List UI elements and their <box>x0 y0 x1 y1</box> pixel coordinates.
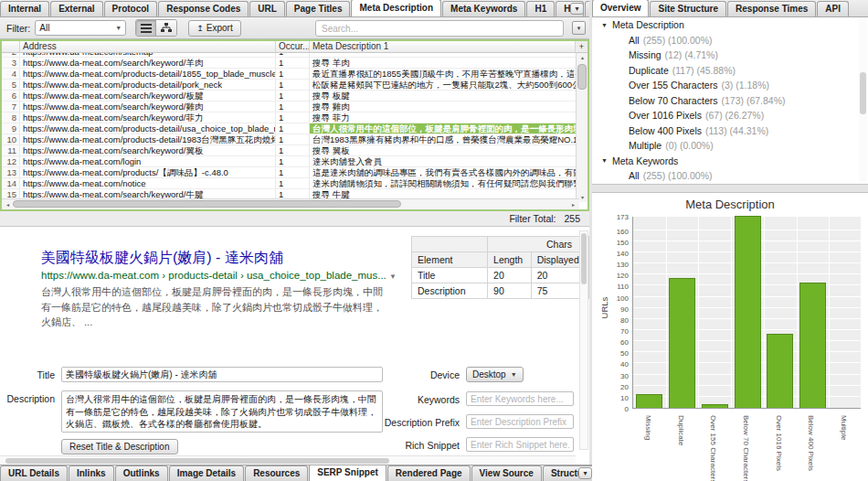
y-tick-label: 120 <box>601 272 629 280</box>
detail-vscroll-thumb[interactable] <box>581 233 587 284</box>
tab-protocol[interactable]: Protocol <box>104 1 158 16</box>
table-body: 2https://www.da-meat.com/sitemap13https:… <box>2 53 579 202</box>
address-cell: https://www.da-meat.com/login <box>20 156 276 166</box>
tab-h1[interactable]: H1 <box>526 1 555 16</box>
overview-group-meta-description[interactable]: ▼Meta Description <box>592 17 868 33</box>
filter-total-label: Filter Total: <box>509 213 556 224</box>
main-tabs-overflow-button[interactable]: ▾ <box>570 3 584 15</box>
table-row[interactable]: 6https://www.da-meat.com/search/keyword/… <box>2 91 579 102</box>
table-row[interactable]: 5https://www.da-meat.com/products-detail… <box>2 80 579 91</box>
add-column-button[interactable]: + <box>576 41 587 52</box>
right-tab-api[interactable]: API <box>817 1 849 16</box>
x-category-label: Below 400 Pixels <box>807 415 815 471</box>
meta-description-cell: 搜尋 羊肉 <box>310 58 579 68</box>
description-prefix-field[interactable] <box>466 414 574 429</box>
title-field[interactable] <box>61 367 383 382</box>
tab-external[interactable]: External <box>50 1 102 16</box>
reset-title-description-button[interactable]: Reset Title & Description <box>61 439 178 454</box>
meta-description-cell: 達米肉舖購物須知，請詳閱相關購物須知，有任何疑問請您與我們聯繫，冷 <box>310 178 579 188</box>
overview-item-multiple[interactable]: Multiple(0) (0.00%) <box>592 138 868 154</box>
bottom-tab-serp-snippet[interactable]: SERP Snippet <box>309 465 386 481</box>
bottom-tab-view-source[interactable]: View Source <box>471 465 542 481</box>
rich-snippet-field[interactable] <box>466 437 574 452</box>
device-dropdown[interactable]: Desktop▼ <box>466 367 524 382</box>
address-cell: https://www.da-meat.com/products/【調味品】-c… <box>20 167 276 177</box>
table-horizontal-scrollbar[interactable]: ◂ ▸ <box>2 198 579 209</box>
tab-meta-description[interactable]: Meta Description <box>351 0 441 16</box>
bottom-tabs-overflow-button[interactable]: ▾ <box>578 467 592 479</box>
table-row[interactable]: 9https://www.da-meat.com/products-detail… <box>2 123 579 134</box>
table-row[interactable]: 4https://www.da-meat.com/products-detail… <box>2 69 579 80</box>
bottom-tab-outlinks[interactable]: Outlinks <box>115 465 168 481</box>
right-tab-site-structure[interactable]: Site Structure <box>650 1 726 16</box>
tab-page-titles[interactable]: Page Titles <box>286 1 351 16</box>
table-row[interactable]: 7https://www.da-meat.com/search/keyword/… <box>2 102 579 112</box>
y-tick-label: 50 <box>601 349 629 358</box>
export-icon: ↥ <box>196 24 204 33</box>
right-tab-response-times[interactable]: Response Times <box>727 1 816 16</box>
bar-over-1016-pixels <box>767 334 793 408</box>
occurrences-cell: 1 <box>276 53 310 57</box>
right-tab-overview[interactable]: Overview <box>592 0 649 16</box>
occurrences-column-header[interactable]: Occur... <box>276 41 310 52</box>
bottom-tab-url-details[interactable]: URL Details <box>0 465 68 481</box>
bottom-tab-resources[interactable]: Resources <box>245 465 308 481</box>
overview-item-below-70-characters[interactable]: Below 70 Characters(173) (67.84%) <box>592 93 868 109</box>
tab-images[interactable]: Images <box>585 1 589 16</box>
scroll-up-icon[interactable]: ▴ <box>577 53 588 62</box>
address-cell: https://www.da-meat.com/search/keyword/雞… <box>20 102 276 112</box>
overview-group-meta-keywords[interactable]: ▼Meta Keywords <box>592 154 868 169</box>
tab-url[interactable]: URL <box>249 1 285 16</box>
detail-horizontal-scrollbar[interactable] <box>0 455 576 465</box>
overview-item-duplicate[interactable]: Duplicate(117) (45.88%) <box>592 63 868 79</box>
row-number-cell: 2 <box>2 53 20 57</box>
y-tick-label: 60 <box>601 338 629 347</box>
table-vertical-scrollbar[interactable]: ▴ ▾ <box>576 53 587 202</box>
overview-item-below-400-pixels[interactable]: Below 400 Pixels(113) (44.31%) <box>592 123 868 139</box>
overview-scrollbar[interactable] <box>859 19 867 182</box>
table-row[interactable]: 11https://www.da-meat.com/search/keyword… <box>2 145 579 156</box>
address-column-header[interactable]: Address <box>20 41 276 52</box>
detail-vertical-scrollbar[interactable] <box>579 230 588 450</box>
export-button[interactable]: ↥ Export <box>188 20 240 37</box>
bar-below-400-pixels <box>799 283 826 408</box>
description-field[interactable]: 台灣人很常用牛的這個部位，板腱是肩胛骨裡面的肉，是一條長形肉塊，中間有一條筋是它… <box>61 390 383 433</box>
tree-view-button[interactable] <box>156 20 176 36</box>
overview-item-over-1016-pixels[interactable]: Over 1016 Pixels(67) (26.27%) <box>592 108 868 123</box>
row-number-cell: 3 <box>2 58 20 68</box>
filter-dropdown[interactable]: All ▼ <box>35 20 126 36</box>
y-tick-label: 40 <box>601 360 629 369</box>
overview-item-all[interactable]: All(255) (100.00%) <box>592 33 868 48</box>
overview-item-missing[interactable]: Missing(12) (4.71%) <box>592 48 868 63</box>
table-row[interactable]: 10https://www.da-meat.com/products-detai… <box>2 134 579 145</box>
table-row[interactable]: 3https://www.da-meat.com/search/keyword/… <box>2 58 579 69</box>
table-vscroll-thumb[interactable] <box>577 64 587 90</box>
bottom-tab-inlinks[interactable]: Inlinks <box>69 465 114 481</box>
x-category-label: Missing <box>644 415 652 440</box>
chars-row-description: Description 90 75 <box>412 283 589 299</box>
tab-internal[interactable]: Internal <box>0 1 49 16</box>
bottom-tab-image-details[interactable]: Image Details <box>169 465 244 481</box>
search-options-button[interactable]: ▾ <box>572 21 586 35</box>
tab-meta-keywords[interactable]: Meta Keywords <box>442 1 525 16</box>
meta-description-cell: 松阪豬是豬頰與下巴連結的地方，一隻豬只能取2塊、大約500到600公克、 <box>310 80 579 90</box>
keywords-field[interactable] <box>466 391 574 406</box>
overview-item-all[interactable]: All(255) (100.00%) <box>592 168 868 184</box>
overview-scroll-thumb[interactable] <box>860 72 866 114</box>
meta-description-column-header[interactable]: Meta Description 1 <box>310 41 576 52</box>
list-view-button[interactable] <box>136 20 156 36</box>
occurrences-cell: 1 <box>276 167 310 177</box>
detail-hscroll-thumb[interactable] <box>5 458 389 464</box>
search-input[interactable] <box>315 20 564 37</box>
tab-response-codes[interactable]: Response Codes <box>158 1 249 16</box>
seo-spider-window: InternalExternalProtocolResponse CodesUR… <box>0 0 868 481</box>
table-row[interactable]: 13https://www.da-meat.com/products/【調味品】… <box>2 167 579 178</box>
scroll-left-icon[interactable]: ◂ <box>2 200 14 209</box>
table-row[interactable]: 14https://www.da-meat.com/notice1達米肉舖購物須… <box>2 178 579 189</box>
overview-item-over-155-characters[interactable]: Over 155 Characters(3) (1.18%) <box>592 78 868 93</box>
table-row[interactable]: 8https://www.da-meat.com/search/keyword/… <box>2 112 579 123</box>
table-hscroll-thumb[interactable] <box>13 200 401 208</box>
bottom-tab-rendered-page[interactable]: Rendered Page <box>387 465 471 481</box>
table-row[interactable]: 12https://www.da-meat.com/login1達米肉舖登入會員 <box>2 156 579 167</box>
scroll-right-icon[interactable]: ▸ <box>567 200 579 209</box>
